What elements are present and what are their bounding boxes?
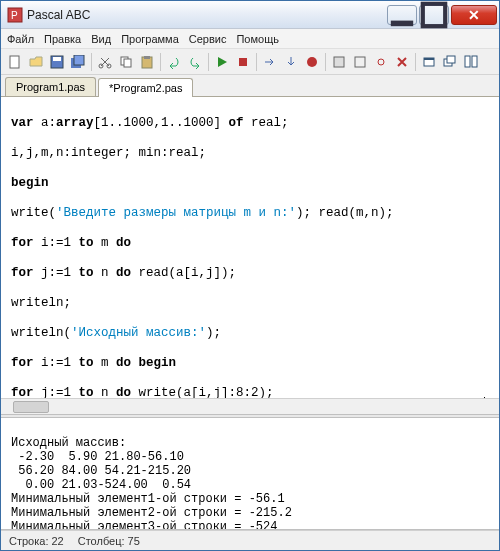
svg-rect-14 bbox=[144, 56, 150, 59]
svg-rect-20 bbox=[424, 58, 434, 60]
step-over-icon[interactable] bbox=[260, 52, 280, 72]
link-icon[interactable] bbox=[371, 52, 391, 72]
svg-rect-17 bbox=[334, 57, 344, 67]
menu-help[interactable]: Помощь bbox=[236, 33, 279, 45]
stop-icon[interactable] bbox=[233, 52, 253, 72]
svg-rect-24 bbox=[472, 56, 477, 67]
separator bbox=[325, 53, 326, 71]
separator bbox=[160, 53, 161, 71]
separator bbox=[91, 53, 92, 71]
svg-text:P: P bbox=[11, 10, 18, 21]
svg-rect-22 bbox=[447, 56, 455, 63]
toolbar bbox=[1, 49, 499, 75]
status-column: Столбец: 75 bbox=[78, 535, 140, 547]
run-icon[interactable] bbox=[212, 52, 232, 72]
menu-file[interactable]: Файл bbox=[7, 33, 34, 45]
step-into-icon[interactable] bbox=[281, 52, 301, 72]
compile-icon[interactable] bbox=[329, 52, 349, 72]
tab-program2[interactable]: *Program2.pas bbox=[98, 78, 193, 97]
horizontal-scrollbar[interactable] bbox=[1, 398, 499, 414]
separator bbox=[415, 53, 416, 71]
open-file-icon[interactable] bbox=[26, 52, 46, 72]
tab-program1[interactable]: Program1.pas bbox=[5, 77, 96, 96]
menu-service[interactable]: Сервис bbox=[189, 33, 227, 45]
svg-point-16 bbox=[307, 57, 317, 67]
menu-view[interactable]: Вид bbox=[91, 33, 111, 45]
menubar: Файл Правка Вид Программа Сервис Помощь bbox=[1, 29, 499, 49]
exit-icon[interactable] bbox=[392, 52, 412, 72]
app-window: P Pascal ABC ✕ Файл Правка Вид Программа… bbox=[0, 0, 500, 551]
maximize-button[interactable] bbox=[419, 5, 449, 25]
svg-rect-15 bbox=[239, 58, 247, 66]
tool-icon[interactable] bbox=[350, 52, 370, 72]
scrollbar-thumb[interactable] bbox=[13, 401, 49, 413]
paste-icon[interactable] bbox=[137, 52, 157, 72]
svg-rect-12 bbox=[124, 59, 131, 67]
titlebar[interactable]: P Pascal ABC ✕ bbox=[1, 1, 499, 29]
menu-program[interactable]: Программа bbox=[121, 33, 179, 45]
code-editor[interactable]: var a:array[1..1000,1..1000] of real; i,… bbox=[1, 97, 499, 398]
separator bbox=[256, 53, 257, 71]
status-line: Строка: 22 bbox=[9, 535, 64, 547]
window-title: Pascal ABC bbox=[27, 8, 385, 22]
tile-icon[interactable] bbox=[461, 52, 481, 72]
tab-bar: Program1.pas *Program2.pas bbox=[1, 75, 499, 97]
app-icon: P bbox=[7, 7, 23, 23]
svg-rect-3 bbox=[423, 3, 445, 25]
save-icon[interactable] bbox=[47, 52, 67, 72]
breakpoint-icon[interactable] bbox=[302, 52, 322, 72]
undo-icon[interactable] bbox=[164, 52, 184, 72]
separator bbox=[208, 53, 209, 71]
output-panel[interactable]: Исходный массив: -2.30 5.90 21.80-56.10 … bbox=[1, 418, 499, 530]
copy-icon[interactable] bbox=[116, 52, 136, 72]
save-all-icon[interactable] bbox=[68, 52, 88, 72]
svg-rect-8 bbox=[74, 55, 84, 65]
redo-icon[interactable] bbox=[185, 52, 205, 72]
cascade-icon[interactable] bbox=[440, 52, 460, 72]
menu-edit[interactable]: Правка bbox=[44, 33, 81, 45]
svg-rect-23 bbox=[465, 56, 470, 67]
cut-icon[interactable] bbox=[95, 52, 115, 72]
svg-rect-6 bbox=[53, 57, 61, 61]
new-file-icon[interactable] bbox=[5, 52, 25, 72]
svg-rect-18 bbox=[355, 57, 365, 67]
text-cursor bbox=[484, 397, 485, 398]
minimize-button[interactable] bbox=[387, 5, 417, 25]
status-bar: Строка: 22 Столбец: 75 bbox=[1, 530, 499, 550]
close-button[interactable]: ✕ bbox=[451, 5, 497, 25]
svg-rect-4 bbox=[10, 56, 19, 68]
window-icon[interactable] bbox=[419, 52, 439, 72]
